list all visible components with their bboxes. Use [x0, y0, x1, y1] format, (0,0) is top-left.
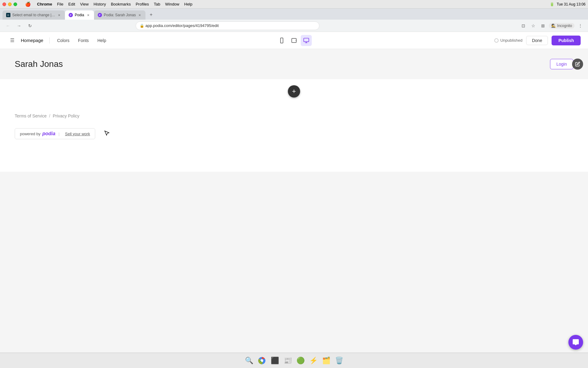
menu-bar: 🍎 Chrome File Edit View History Bookmark…: [23, 2, 195, 7]
page-preview: Sarah Jonas Login + Terms of Service / P…: [0, 49, 588, 172]
tab-close-django[interactable]: ✕: [57, 13, 61, 17]
main-content: Sarah Jonas Login + Terms of Service / P…: [0, 49, 588, 353]
dock-finder[interactable]: 🔍: [243, 355, 255, 366]
add-section-icon: +: [292, 87, 296, 95]
toolbar-right: Unpublished Done Publish: [494, 36, 581, 45]
menu-history[interactable]: History: [91, 2, 108, 6]
dock-trash[interactable]: 🗑️: [333, 355, 345, 366]
sell-your-work-link[interactable]: Sell your work: [65, 132, 90, 136]
extensions-icon[interactable]: ⊞: [539, 22, 547, 30]
site-footer: Terms of Service / Privacy Policy powere…: [0, 104, 588, 144]
tab-favicon-django: D: [6, 13, 10, 17]
dock-app7[interactable]: 🗂️: [320, 355, 332, 366]
system-time: 🔋 Tue 31 Aug 13:06: [550, 2, 586, 6]
done-button[interactable]: Done: [526, 36, 548, 45]
battery-icon: 🔋: [550, 2, 554, 6]
tab-title-django: Select email to change | Djang...: [12, 13, 55, 17]
tab-django[interactable]: D Select email to change | Djang... ✕: [2, 10, 65, 20]
browser-action-icons: ⊡ ☆ ⊞ 🕵️ Incognito ⋮: [519, 22, 584, 30]
app-toolbar: ☰ Homepage Colors Fonts Help Unpublished…: [0, 32, 588, 49]
tab-title-sarah: Podia: Sarah Jonas: [104, 13, 136, 17]
dock-app5[interactable]: 🟢: [295, 355, 306, 366]
svg-rect-2: [292, 38, 296, 42]
svg-rect-4: [304, 38, 309, 42]
maximize-window-button[interactable]: [13, 2, 17, 6]
clock: Tue 31 Aug 13:06: [557, 2, 586, 6]
address-bar: ← → ↻ 🔒 app.podia.com/editor/pages/41947…: [0, 20, 588, 32]
footer-separator: /: [49, 113, 50, 118]
cast-icon[interactable]: ⊡: [519, 22, 527, 30]
menu-window[interactable]: Window: [163, 2, 182, 6]
bookmark-icon[interactable]: ☆: [529, 22, 537, 30]
desktop-view-button[interactable]: [301, 35, 312, 46]
address-input[interactable]: 🔒 app.podia.com/editor/pages/4194795/edi…: [136, 21, 319, 30]
footer-sep2: |: [58, 132, 59, 136]
publish-status: Unpublished: [494, 38, 522, 43]
help-nav-item[interactable]: Help: [94, 37, 110, 44]
titlebar: 🍎 Chrome File Edit View History Bookmark…: [0, 0, 588, 9]
dock-chrome[interactable]: [256, 355, 268, 366]
menu-help[interactable]: Help: [182, 2, 195, 6]
forward-button[interactable]: →: [15, 21, 23, 30]
hamburger-menu-button[interactable]: ☰: [7, 36, 17, 45]
terms-of-service-link[interactable]: Terms of Service: [15, 113, 47, 118]
menu-view[interactable]: View: [77, 2, 91, 6]
address-text: app.podia.com/editor/pages/4194795/edit: [145, 23, 219, 28]
site-title: Sarah Jonas: [15, 59, 63, 69]
tab-close-sarah[interactable]: ✕: [138, 13, 142, 17]
menu-tab[interactable]: Tab: [151, 2, 163, 6]
toolbar-divider: [49, 37, 50, 44]
incognito-icon: 🕵️: [551, 24, 556, 28]
svg-rect-0: [281, 38, 283, 43]
powered-by-badge: powered by podia | Sell your work: [15, 128, 95, 139]
chat-bubble-button[interactable]: [568, 335, 583, 350]
tab-title-podia: Podia: [75, 13, 84, 17]
status-label: Unpublished: [500, 38, 522, 43]
menu-file[interactable]: File: [55, 2, 66, 6]
close-window-button[interactable]: [2, 2, 6, 6]
menu-bookmarks[interactable]: Bookmarks: [108, 2, 133, 6]
podia-logo: podia: [42, 131, 55, 136]
tab-favicon-sarah: P: [98, 13, 102, 17]
footer-links: Terms of Service / Privacy Policy: [15, 113, 573, 118]
status-dot: [494, 38, 499, 43]
powered-by-label: powered by: [20, 132, 40, 136]
tab-podia[interactable]: P Podia ✕: [65, 10, 94, 20]
colors-nav-item[interactable]: Colors: [53, 37, 73, 44]
mobile-view-button[interactable]: [276, 35, 287, 46]
tab-podia-sarah[interactable]: P Podia: Sarah Jonas ✕: [94, 10, 146, 20]
tab-close-podia[interactable]: ✕: [86, 13, 90, 17]
new-tab-button[interactable]: +: [147, 10, 155, 19]
fonts-nav-item[interactable]: Fonts: [74, 37, 92, 44]
minimize-window-button[interactable]: [8, 2, 12, 6]
menu-edit[interactable]: Edit: [66, 2, 77, 6]
reload-button[interactable]: ↻: [26, 21, 34, 30]
incognito-badge: 🕵️ Incognito: [549, 23, 575, 29]
toolbar-left: ☰ Homepage Colors Fonts Help: [7, 36, 110, 45]
publish-button[interactable]: Publish: [552, 36, 581, 45]
login-button[interactable]: Login: [550, 59, 573, 69]
view-switcher: [276, 35, 312, 46]
browser-menu-button[interactable]: ⋮: [576, 22, 584, 30]
back-button[interactable]: ←: [4, 21, 12, 30]
dock-terminal[interactable]: ⬛: [269, 355, 281, 366]
dock-reeder[interactable]: 📰: [282, 355, 293, 366]
add-section-button[interactable]: +: [288, 85, 300, 98]
edit-header-button[interactable]: [572, 59, 583, 70]
incognito-label: Incognito: [557, 24, 572, 28]
tab-favicon-podia: P: [69, 13, 73, 17]
add-section-area: +: [0, 79, 588, 104]
tablet-view-button[interactable]: [288, 35, 300, 46]
privacy-policy-link[interactable]: Privacy Policy: [53, 113, 79, 118]
homepage-label[interactable]: Homepage: [18, 36, 46, 44]
apple-menu[interactable]: 🍎: [23, 2, 33, 7]
menu-profiles[interactable]: Profiles: [133, 2, 151, 6]
tab-bar: D Select email to change | Djang... ✕ P …: [0, 9, 588, 20]
site-header: Sarah Jonas Login: [0, 49, 588, 79]
dock-app6[interactable]: ⚡: [307, 355, 319, 366]
menu-chrome[interactable]: Chrome: [35, 2, 55, 6]
macos-dock: 🔍 ⬛ 📰 🟢 ⚡ 🗂️ 🗑️: [0, 353, 588, 368]
